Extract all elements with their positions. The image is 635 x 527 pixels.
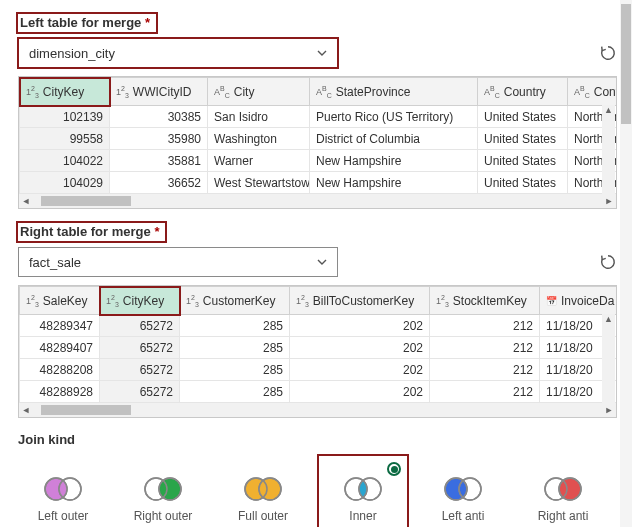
cell: New Hampshire — [310, 172, 478, 194]
cell: United States — [478, 172, 568, 194]
right-table-vscroll[interactable]: ▲ — [602, 314, 615, 403]
join-label: Left anti — [442, 509, 485, 523]
cell: 212 — [430, 337, 540, 359]
join-kind-group: Left outerRight outerFull outerInnerLeft… — [18, 455, 617, 527]
cell: 285 — [180, 315, 290, 337]
left-table: 123 CityKey123 WWICityIDABC CityABC Stat… — [18, 76, 617, 209]
refresh-icon[interactable] — [599, 253, 617, 271]
join-kind-label: Join kind — [18, 432, 617, 447]
cell: United States — [478, 150, 568, 172]
join-label: Right outer — [134, 509, 193, 523]
cell: 212 — [430, 381, 540, 403]
column-header-salekey[interactable]: 123 SaleKey — [20, 287, 100, 315]
right-table-value: fact_sale — [29, 255, 81, 270]
cell: 104029 — [20, 172, 110, 194]
cell: 99558 — [20, 128, 110, 150]
venn-icon — [244, 477, 282, 501]
table-row[interactable]: 10402235881WarnerNew HampshireUnited Sta… — [20, 150, 618, 172]
join-label: Full outer — [238, 509, 288, 523]
venn-icon — [544, 477, 582, 501]
right-table-hscroll[interactable]: ◄► — [19, 403, 616, 417]
table-row[interactable]: 10402936652West StewartstownNew Hampshir… — [20, 172, 618, 194]
chevron-down-icon — [317, 48, 327, 58]
join-label: Right anti — [538, 509, 589, 523]
column-header-wwicityid[interactable]: 123 WWICityID — [110, 78, 208, 106]
cell: 48289347 — [20, 315, 100, 337]
cell: Warner — [208, 150, 310, 172]
cell: West Stewartstown — [208, 172, 310, 194]
cell: 65272 — [100, 337, 180, 359]
join-full-outer[interactable]: Full outer — [218, 455, 308, 527]
column-header-stockitemkey[interactable]: 123 StockItemKey — [430, 287, 540, 315]
column-header-city[interactable]: ABC City — [208, 78, 310, 106]
cell: Puerto Rico (US Territory) — [310, 106, 478, 128]
venn-icon — [144, 477, 182, 501]
cell: 36652 — [110, 172, 208, 194]
right-table: 123 SaleKey123 CityKey123 CustomerKey123… — [18, 285, 617, 418]
cell: San Isidro — [208, 106, 310, 128]
dialog-scrollbar[interactable] — [620, 0, 632, 527]
cell: 30385 — [110, 106, 208, 128]
cell: United States — [478, 106, 568, 128]
column-header-billtocustomerkey[interactable]: 123 BillToCustomerKey — [290, 287, 430, 315]
column-header-country[interactable]: ABC Country — [478, 78, 568, 106]
left-table-label: Left table for merge * — [18, 14, 156, 32]
cell: 48288928 — [20, 381, 100, 403]
join-right-anti[interactable]: Right anti — [518, 455, 608, 527]
cell: 104022 — [20, 150, 110, 172]
cell: United States — [478, 128, 568, 150]
cell: 65272 — [100, 381, 180, 403]
cell: 202 — [290, 337, 430, 359]
cell: 212 — [430, 359, 540, 381]
selected-radio-icon — [387, 462, 401, 476]
left-table-value: dimension_city — [29, 46, 115, 61]
cell: District of Columbia — [310, 128, 478, 150]
table-row[interactable]: 482889286527228520221211/18/20 — [20, 381, 618, 403]
join-label: Left outer — [38, 509, 89, 523]
column-header-customerkey[interactable]: 123 CustomerKey — [180, 287, 290, 315]
left-table-vscroll[interactable]: ▲ — [602, 105, 615, 194]
cell: 48288208 — [20, 359, 100, 381]
cell: 65272 — [100, 359, 180, 381]
cell: Washington — [208, 128, 310, 150]
cell: 35881 — [110, 150, 208, 172]
cell: 285 — [180, 337, 290, 359]
join-left-anti[interactable]: Left anti — [418, 455, 508, 527]
cell: 202 — [290, 315, 430, 337]
cell: 285 — [180, 359, 290, 381]
cell: 202 — [290, 381, 430, 403]
right-table-dropdown[interactable]: fact_sale — [18, 247, 338, 277]
join-left-outer[interactable]: Left outer — [18, 455, 108, 527]
table-row[interactable]: 10213930385San IsidroPuerto Rico (US Ter… — [20, 106, 618, 128]
table-row[interactable]: 482893476527228520221211/18/20 — [20, 315, 618, 337]
column-header-citykey[interactable]: 123 CityKey — [20, 78, 110, 106]
cell: New Hampshire — [310, 150, 478, 172]
cell: 65272 — [100, 315, 180, 337]
cell: 48289407 — [20, 337, 100, 359]
column-header-invoiceda[interactable]: 📅 InvoiceDa — [540, 287, 618, 315]
cell: 212 — [430, 315, 540, 337]
table-row[interactable]: 9955835980WashingtonDistrict of Columbia… — [20, 128, 618, 150]
column-header-citykey[interactable]: 123 CityKey — [100, 287, 180, 315]
venn-icon — [344, 477, 382, 501]
column-header-stateprovince[interactable]: ABC StateProvince — [310, 78, 478, 106]
cell: 285 — [180, 381, 290, 403]
join-inner[interactable]: Inner — [318, 455, 408, 527]
left-table-hscroll[interactable]: ◄► — [19, 194, 616, 208]
join-right-outer[interactable]: Right outer — [118, 455, 208, 527]
cell: 35980 — [110, 128, 208, 150]
chevron-down-icon — [317, 257, 327, 267]
venn-icon — [44, 477, 82, 501]
table-row[interactable]: 482882086527228520221211/18/20 — [20, 359, 618, 381]
right-table-label: Right table for merge * — [18, 223, 165, 241]
column-header-continent[interactable]: ABC Continent — [568, 78, 618, 106]
join-label: Inner — [349, 509, 376, 523]
table-row[interactable]: 482894076527228520221211/18/20 — [20, 337, 618, 359]
left-table-dropdown[interactable]: dimension_city — [18, 38, 338, 68]
cell: 102139 — [20, 106, 110, 128]
refresh-icon[interactable] — [599, 44, 617, 62]
cell: 202 — [290, 359, 430, 381]
venn-icon — [444, 477, 482, 501]
